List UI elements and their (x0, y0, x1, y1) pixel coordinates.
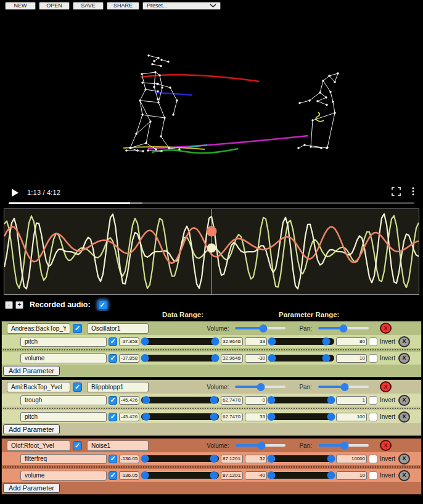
param-max-value[interactable] (336, 396, 367, 405)
slider-thumb-low[interactable] (268, 396, 276, 404)
remove-parameter-button[interactable]: X (398, 411, 410, 423)
invert-checkbox[interactable] (369, 337, 377, 346)
new-button[interactable]: NEW (5, 2, 36, 10)
remove-section-button[interactable]: X (380, 381, 392, 392)
slider-thumb-high[interactable] (327, 471, 335, 479)
zoom-out-button[interactable]: - (5, 301, 13, 309)
data-min-value[interactable] (119, 354, 139, 363)
data-max-value[interactable] (221, 455, 243, 463)
parameter-enabled-checkbox[interactable] (109, 337, 117, 346)
slider-thumb-high[interactable] (210, 471, 218, 479)
param-range-slider[interactable] (269, 472, 334, 479)
remove-section-button[interactable]: X (380, 323, 392, 334)
slider-thumb-high[interactable] (327, 413, 335, 421)
param-min-value[interactable] (245, 337, 267, 346)
slider-thumb-high[interactable] (210, 413, 218, 421)
slider-thumb[interactable] (340, 442, 348, 450)
remove-parameter-button[interactable]: X (398, 453, 410, 465)
parameter-name-input[interactable] (20, 395, 107, 405)
parameter-enabled-checkbox[interactable] (109, 354, 117, 363)
recorded-audio-checkbox[interactable] (98, 300, 107, 310)
more-options-icon[interactable] (412, 187, 414, 198)
source-name-input[interactable] (7, 440, 70, 451)
slider-thumb-low[interactable] (141, 455, 149, 463)
param-min-value[interactable] (245, 413, 267, 421)
data-range-slider[interactable] (141, 455, 219, 462)
source-name-input[interactable] (7, 323, 70, 334)
data-max-value[interactable] (221, 396, 243, 405)
video-progress-bar[interactable] (9, 202, 414, 204)
slider-thumb[interactable] (340, 383, 348, 391)
preset-select[interactable]: Preset... (142, 2, 221, 10)
param-max-value[interactable] (336, 455, 367, 463)
pan-slider[interactable] (318, 327, 369, 329)
invert-checkbox[interactable] (369, 471, 377, 480)
remove-parameter-button[interactable]: X (398, 336, 410, 347)
slider-thumb-high[interactable] (322, 337, 331, 345)
video-player[interactable]: 1:13 / 4:12 (0, 11, 423, 207)
synth-name-input[interactable] (87, 323, 149, 334)
slider-thumb-high[interactable] (211, 337, 219, 345)
section-enabled-checkbox[interactable] (73, 382, 82, 392)
slider-thumb-high[interactable] (210, 396, 218, 404)
data-min-value[interactable] (119, 396, 139, 405)
invert-checkbox[interactable] (369, 396, 377, 405)
invert-checkbox[interactable] (369, 413, 377, 421)
add-parameter-button[interactable]: Add Parameter (3, 424, 60, 434)
save-button[interactable]: SAVE (73, 2, 104, 10)
data-max-value[interactable] (221, 471, 243, 480)
volume-slider[interactable] (235, 327, 285, 329)
slider-thumb-low[interactable] (268, 337, 276, 345)
slider-thumb-high[interactable] (327, 396, 335, 404)
zoom-in-button[interactable]: + (15, 301, 23, 309)
param-min-value[interactable] (245, 354, 267, 363)
param-max-value[interactable] (336, 413, 367, 421)
param-max-value[interactable] (336, 337, 367, 346)
synth-name-input[interactable] (87, 382, 149, 392)
slider-thumb-high[interactable] (322, 354, 331, 362)
param-min-value[interactable] (245, 471, 267, 480)
parameter-name-input[interactable] (20, 454, 107, 464)
section-enabled-checkbox[interactable] (73, 441, 82, 450)
data-range-slider[interactable] (141, 338, 219, 345)
slider-thumb-low[interactable] (268, 471, 276, 479)
data-range-slider[interactable] (141, 397, 219, 403)
slider-thumb[interactable] (258, 442, 266, 450)
param-range-slider[interactable] (269, 413, 334, 420)
slider-thumb[interactable] (340, 324, 348, 333)
section-enabled-checkbox[interactable] (73, 324, 82, 333)
data-range-slider[interactable] (141, 413, 219, 420)
volume-slider[interactable] (235, 386, 285, 388)
share-button[interactable]: SHARE (107, 2, 139, 10)
parameter-enabled-checkbox[interactable] (109, 455, 117, 463)
param-max-value[interactable] (336, 471, 367, 480)
pan-slider[interactable] (318, 386, 369, 388)
data-min-value[interactable] (119, 413, 139, 421)
data-max-value[interactable] (221, 337, 243, 346)
data-min-value[interactable] (119, 471, 139, 480)
play-icon[interactable] (11, 189, 18, 197)
volume-slider[interactable] (235, 444, 285, 447)
parameter-enabled-checkbox[interactable] (109, 396, 117, 405)
slider-thumb-high[interactable] (327, 455, 335, 463)
data-min-value[interactable] (119, 337, 139, 346)
parameter-name-input[interactable] (20, 337, 107, 347)
data-max-value[interactable] (221, 413, 243, 421)
slider-thumb-low[interactable] (268, 413, 276, 421)
slider-thumb-low[interactable] (142, 396, 150, 404)
parameter-name-input[interactable] (20, 353, 107, 363)
data-range-slider[interactable] (141, 355, 219, 361)
data-range-slider[interactable] (141, 472, 219, 479)
param-min-value[interactable] (245, 396, 267, 405)
param-range-slider[interactable] (269, 455, 334, 462)
add-parameter-button[interactable]: Add Parameter (3, 483, 60, 493)
data-max-value[interactable] (221, 354, 243, 363)
invert-checkbox[interactable] (369, 354, 377, 363)
parameter-enabled-checkbox[interactable] (109, 471, 117, 480)
slider-thumb-low[interactable] (268, 455, 276, 463)
slider-thumb-low[interactable] (141, 471, 149, 479)
parameter-name-input[interactable] (20, 412, 107, 422)
fullscreen-icon[interactable] (392, 187, 401, 199)
parameter-name-input[interactable] (20, 471, 107, 481)
add-parameter-button[interactable]: Add Parameter (3, 366, 60, 376)
